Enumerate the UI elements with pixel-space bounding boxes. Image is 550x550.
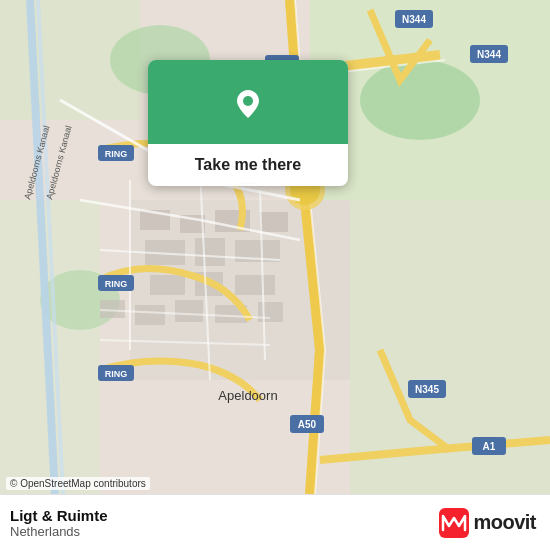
- svg-text:Apeldoorn: Apeldoorn: [218, 388, 277, 403]
- bottom-bar: Ligt & Ruimte Netherlands moovit: [0, 494, 550, 550]
- moovit-label: moovit: [473, 511, 536, 534]
- svg-text:RING: RING: [105, 149, 128, 159]
- svg-rect-20: [135, 305, 165, 325]
- svg-rect-19: [100, 300, 125, 318]
- location-name: Ligt & Ruimte: [10, 507, 108, 524]
- svg-rect-18: [235, 275, 275, 295]
- svg-point-5: [360, 60, 480, 140]
- svg-text:RING: RING: [105, 279, 128, 289]
- svg-rect-16: [150, 275, 185, 295]
- moovit-icon: [439, 508, 469, 538]
- popup-header: [148, 60, 348, 144]
- svg-rect-12: [260, 212, 288, 232]
- svg-text:N344: N344: [477, 49, 501, 60]
- location-info: Ligt & Ruimte Netherlands: [10, 507, 108, 539]
- svg-text:N345: N345: [415, 384, 439, 395]
- moovit-logo: moovit: [439, 508, 536, 538]
- svg-rect-14: [195, 238, 225, 266]
- map-container: A50 A50 N344 N344 N345 A1 RING RING RING…: [0, 0, 550, 494]
- popup-label[interactable]: Take me there: [179, 144, 317, 186]
- svg-text:N344: N344: [402, 14, 426, 25]
- osm-attribution: © OpenStreetMap contributors: [6, 477, 150, 490]
- popup-card[interactable]: Take me there: [148, 60, 348, 186]
- svg-text:RING: RING: [105, 369, 128, 379]
- svg-rect-23: [258, 302, 283, 322]
- svg-text:A50: A50: [298, 419, 317, 430]
- popup-tail: [238, 184, 258, 186]
- location-pin-icon: [226, 82, 270, 126]
- location-country: Netherlands: [10, 524, 108, 539]
- svg-text:A1: A1: [483, 441, 496, 452]
- svg-rect-21: [175, 300, 203, 322]
- svg-point-48: [243, 96, 253, 106]
